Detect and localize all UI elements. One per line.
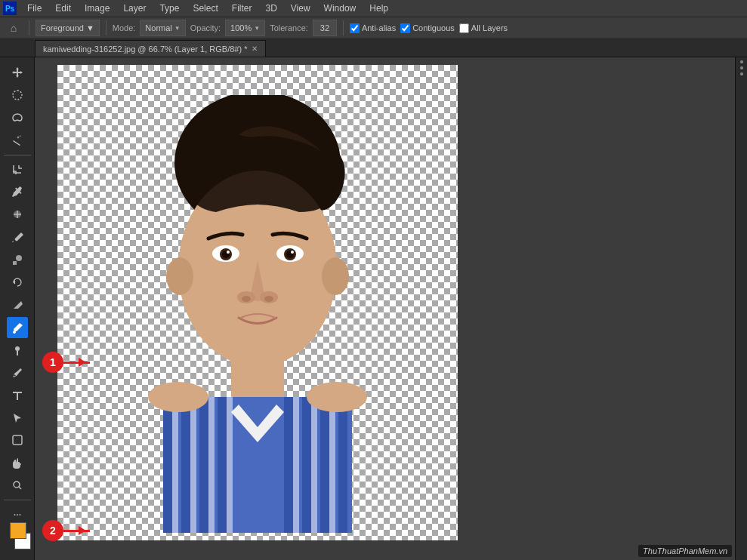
svg-rect-37 (329, 397, 335, 533)
all-layers-checkbox-label[interactable]: All Layers (459, 23, 508, 33)
annotation-circle-1: 1 (42, 352, 63, 373)
watermark: ThuThuatPhanMem.vn (638, 545, 732, 557)
menu-layer[interactable]: Layer (117, 2, 152, 15)
opacity-label: Opacity: (190, 23, 221, 32)
svg-rect-35 (293, 397, 299, 533)
foreground-color-swatch[interactable] (10, 522, 26, 539)
eyedropper-tool[interactable] (7, 182, 28, 203)
hand-tool[interactable] (7, 452, 28, 473)
separator3 (343, 20, 344, 35)
svg-point-2 (15, 346, 20, 351)
clone-stamp-tool[interactable] (7, 249, 28, 270)
opacity-dropdown[interactable]: 100% ▼ (225, 20, 265, 36)
opacity-value: 100% (230, 23, 252, 32)
annotation-arrow-2 (63, 530, 90, 532)
magic-wand-tool[interactable] (7, 130, 28, 151)
menu-3d[interactable]: 3D (259, 2, 282, 15)
right-panel (735, 57, 747, 560)
menu-filter[interactable]: Filter (226, 2, 258, 15)
tool-foreground-label: Foreground (41, 23, 84, 32)
tolerance-label: Tolerance: (270, 23, 308, 32)
canvas-container (57, 65, 458, 540)
svg-rect-33 (208, 397, 215, 533)
canvas-area[interactable]: 1 2 ThuThuatPhanMem.vn (35, 57, 735, 560)
svg-rect-3 (13, 435, 22, 445)
all-layers-label: All Layers (471, 23, 508, 32)
mode-dropdown[interactable]: Normal ▼ (140, 20, 185, 36)
dodge-tool[interactable] (7, 340, 28, 361)
tab-bar: kamiwedding-316252.jpg @ 66.7% (Layer 1,… (0, 39, 747, 57)
menu-edit[interactable]: Edit (49, 2, 77, 15)
home-icon[interactable]: ⌂ (5, 19, 23, 37)
brush-tool[interactable] (7, 226, 28, 248)
person-portrait (118, 95, 397, 533)
history-brush-tool[interactable] (7, 272, 28, 293)
annotation-number-1: 1 (50, 356, 56, 368)
menu-image[interactable]: Image (79, 2, 116, 15)
svg-rect-26 (218, 397, 227, 533)
annotation-2: 2 (42, 520, 90, 541)
ellipsis-icon: ··· (13, 508, 20, 522)
svg-rect-23 (163, 397, 172, 533)
svg-rect-29 (320, 397, 329, 533)
panel-dot (740, 60, 743, 63)
zoom-tool[interactable] (7, 475, 28, 496)
menu-help[interactable]: Help (363, 2, 394, 15)
menu-file[interactable]: File (21, 2, 48, 15)
pen-tool[interactable] (7, 362, 28, 383)
main-area: ··· (0, 57, 747, 560)
document-tab[interactable]: kamiwedding-316252.jpg @ 66.7% (Layer 1,… (35, 40, 266, 57)
tolerance-input[interactable] (313, 20, 337, 36)
menu-window[interactable]: Window (318, 2, 363, 15)
svg-rect-34 (227, 397, 233, 533)
all-layers-checkbox[interactable] (459, 23, 469, 33)
svg-point-39 (307, 382, 367, 412)
svg-rect-0 (13, 91, 22, 100)
chevron-down-icon3: ▼ (254, 25, 260, 32)
tab-close-icon[interactable]: ✕ (252, 45, 258, 53)
annotation-circle-2: 2 (42, 520, 63, 541)
svg-rect-27 (284, 397, 293, 533)
anti-alias-checkbox[interactable] (350, 23, 360, 33)
type-tool[interactable] (7, 385, 28, 406)
svg-point-20 (242, 296, 251, 302)
anti-alias-checkbox-label[interactable]: Anti-alias (350, 23, 396, 33)
menu-view[interactable]: View (285, 2, 316, 15)
healing-tool[interactable] (7, 204, 28, 225)
svg-rect-25 (199, 397, 208, 533)
panel-dot2 (740, 66, 743, 69)
crop-tool[interactable] (7, 159, 28, 180)
separator (29, 20, 29, 35)
svg-rect-28 (302, 397, 311, 533)
menu-type[interactable]: Type (153, 2, 185, 15)
path-selection-tool[interactable] (7, 408, 28, 429)
svg-rect-24 (181, 397, 190, 533)
document-tab-label: kamiwedding-316252.jpg @ 66.7% (Layer 1,… (43, 45, 247, 54)
svg-rect-30 (338, 397, 347, 533)
annotation-1: 1 (42, 352, 90, 373)
lasso-tool[interactable] (7, 107, 28, 128)
menu-select[interactable]: Select (187, 2, 224, 15)
toolbar-separator2 (4, 500, 31, 500)
separator2 (106, 20, 106, 35)
left-toolbar: ··· (0, 57, 35, 560)
panel-dot3 (740, 72, 743, 75)
ps-logo: Ps (3, 2, 17, 15)
paint-bucket-tool[interactable] (7, 317, 28, 338)
shape-tool[interactable] (7, 430, 28, 451)
contiguous-checkbox-label[interactable]: Contiguous (400, 23, 455, 33)
annotation-arrow-1 (63, 362, 90, 364)
move-tool[interactable] (7, 62, 28, 83)
contiguous-label: Contiguous (412, 23, 455, 32)
mode-label: Mode: (113, 23, 136, 32)
anti-alias-label: Anti-alias (362, 23, 396, 32)
svg-rect-31 (172, 397, 178, 533)
chevron-down-icon2: ▼ (174, 25, 181, 32)
toolbar-separator (4, 155, 31, 155)
svg-point-9 (322, 257, 349, 295)
color-swatches[interactable] (10, 522, 37, 549)
tool-foreground-dropdown[interactable]: Foreground ▼ (35, 20, 100, 36)
contiguous-checkbox[interactable] (400, 23, 410, 33)
eraser-tool[interactable] (7, 294, 28, 315)
marquee-tool[interactable] (7, 85, 28, 106)
